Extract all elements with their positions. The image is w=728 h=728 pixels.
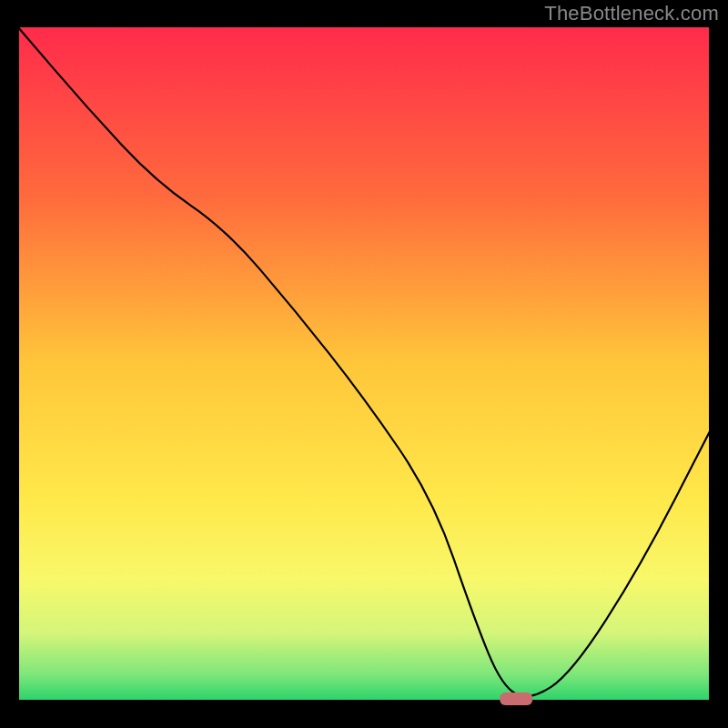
plot-area — [18, 27, 710, 710]
chart-frame: TheBottleneck.com — [0, 0, 728, 728]
optimal-marker — [500, 693, 532, 705]
watermark-text: TheBottleneck.com — [544, 2, 719, 25]
chart-svg — [18, 27, 710, 710]
gradient-rect — [18, 27, 710, 701]
